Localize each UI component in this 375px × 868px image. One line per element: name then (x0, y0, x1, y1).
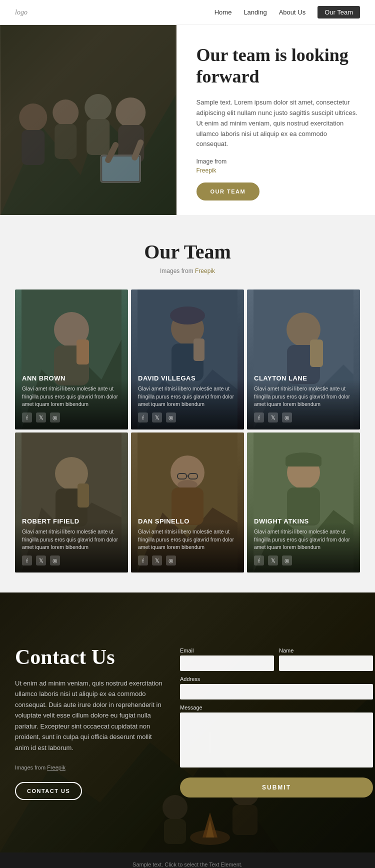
nav-our-team[interactable]: Our Team (318, 6, 360, 18)
hero-credit-link[interactable]: Freepik (196, 167, 216, 174)
site-header: logo Home Landing About Us Our Team (0, 0, 375, 25)
nav-home[interactable]: Home (214, 8, 232, 16)
team-credit-link[interactable]: Freepik (195, 268, 215, 274)
form-row-email-name: Email Name (180, 648, 373, 671)
hero-content: Our team is looking forward Sample text.… (176, 25, 376, 215)
twitter-icon-3[interactable]: 𝕏 (268, 412, 278, 422)
twitter-icon-1[interactable]: 𝕏 (36, 412, 46, 422)
form-row-message: Message (180, 704, 373, 768)
twitter-icon-4[interactable]: 𝕏 (36, 556, 46, 566)
contact-title: Contact Us (15, 645, 165, 669)
contact-credit-link[interactable]: Freepik (47, 764, 66, 770)
contact-description: Ut enim ad minim veniam, quis nostrud ex… (15, 678, 165, 753)
address-input[interactable] (180, 684, 373, 700)
svg-rect-47 (286, 458, 322, 466)
team-social-2: f 𝕏 ◎ (138, 412, 237, 422)
message-textarea[interactable] (180, 712, 373, 768)
facebook-icon-2[interactable]: f (138, 412, 148, 422)
team-social-4: f 𝕏 ◎ (22, 556, 121, 566)
submit-button[interactable]: SUBMIT (180, 778, 373, 798)
form-group-email: Email (180, 648, 274, 671)
team-card-overlay-4: ROBERT FIFIELD Glavi amet ritnisi libero… (15, 510, 128, 572)
team-card-overlay-2: DAVID VILLEGAS Glavi amet ritnisi libero… (131, 366, 244, 430)
form-group-name: Name (279, 648, 373, 671)
team-member-name-1: ANN BROWN (22, 374, 121, 382)
team-member-desc-1: Glavi amet ritnisi libero molestie ante … (22, 385, 121, 408)
team-card-david: DAVID VILLEGAS Glavi amet ritnisi libero… (131, 290, 244, 430)
twitter-icon-5[interactable]: 𝕏 (152, 556, 162, 566)
nav-landing[interactable]: Landing (244, 8, 266, 16)
hero-button[interactable]: OUR TEAM (196, 182, 260, 200)
facebook-icon-5[interactable]: f (138, 556, 148, 566)
hero-image (0, 25, 176, 215)
contact-form: Email Name Address Message SUBMIT (180, 648, 373, 798)
svg-rect-34 (78, 484, 89, 508)
team-member-desc-6: Glavi amet ritnisi libero molestie ante … (254, 528, 353, 552)
hero-credit-text: Image from Freepik (196, 158, 227, 174)
team-member-name-6: DWIGHT ATKINS (254, 518, 353, 525)
facebook-icon-1[interactable]: f (22, 412, 32, 422)
contact-button[interactable]: CONTACT US (15, 782, 82, 800)
contact-left: Contact Us Ut enim ad minim veniam, quis… (15, 645, 165, 800)
team-card-dwight: DWIGHT ATKINS Glavi amet ritnisi libero … (247, 432, 360, 572)
form-row-address: Address (180, 676, 373, 700)
team-card-clayton: CLAYTON LANE Glavi amet ritnisi libero m… (247, 290, 360, 430)
team-member-name-3: CLAYTON LANE (254, 374, 353, 382)
hero-description: Sample text. Lorem ipsum dolor sit amet,… (196, 98, 360, 150)
team-member-name-4: ROBERT FIFIELD (22, 518, 121, 525)
svg-rect-18 (76, 340, 89, 364)
team-member-desc-2: Glavi amet ritnisi libero molestie ante … (138, 385, 237, 408)
instagram-icon-5[interactable]: ◎ (166, 556, 176, 566)
svg-rect-7 (86, 119, 110, 155)
svg-rect-3 (22, 130, 44, 165)
footer-text: Sample text. Click to select the Text El… (9, 862, 366, 868)
name-label: Name (279, 648, 373, 654)
instagram-icon-6[interactable]: ◎ (282, 556, 292, 566)
twitter-icon-2[interactable]: 𝕏 (152, 412, 162, 422)
svg-point-2 (19, 104, 47, 132)
team-card-overlay-1: ANN BROWN Glavi amet ritnisi libero mole… (15, 366, 128, 430)
team-member-name-2: DAVID VILLEGAS (138, 374, 237, 382)
team-member-name-5: DAN SPINELLO (138, 518, 237, 525)
form-group-message: Message (180, 704, 373, 768)
svg-point-6 (84, 94, 112, 121)
email-input[interactable] (180, 656, 274, 671)
address-label: Address (180, 676, 373, 682)
team-social-5: f 𝕏 ◎ (138, 556, 237, 566)
instagram-icon-2[interactable]: ◎ (166, 412, 176, 422)
contact-section: Contact Us Ut enim ad minim veniam, quis… (0, 592, 375, 852)
team-social-1: f 𝕏 ◎ (22, 412, 121, 422)
nav-about[interactable]: About Us (279, 8, 306, 16)
hero-image-placeholder (0, 25, 176, 215)
team-grid: ANN BROWN Glavi amet ritnisi libero mole… (15, 290, 360, 572)
contact-image-credit: Images from Freepik (15, 763, 165, 772)
instagram-icon-4[interactable]: ◎ (50, 556, 60, 566)
svg-rect-29 (310, 340, 323, 367)
team-member-desc-4: Glavi amet ritnisi libero molestie ante … (22, 528, 121, 552)
team-credit: Images from Freepik (15, 268, 360, 274)
instagram-icon-3[interactable]: ◎ (282, 412, 292, 422)
svg-rect-5 (54, 124, 76, 159)
svg-point-8 (116, 98, 146, 128)
team-card-overlay-5: DAN SPINELLO Glavi amet ritnisi libero m… (131, 510, 244, 572)
team-card-overlay-3: CLAYTON LANE Glavi amet ritnisi libero m… (247, 366, 360, 430)
form-group-address: Address (180, 676, 373, 700)
facebook-icon-4[interactable]: f (22, 556, 32, 566)
svg-rect-24 (194, 338, 204, 361)
name-input[interactable] (279, 656, 373, 671)
team-member-desc-3: Glavi amet ritnisi libero molestie ante … (254, 385, 353, 408)
instagram-icon-1[interactable]: ◎ (50, 412, 60, 422)
team-title: Our Team (15, 240, 360, 264)
site-footer: Sample text. Click to select the Text El… (0, 852, 375, 868)
team-card-dan: DAN SPINELLO Glavi amet ritnisi libero m… (131, 432, 244, 572)
facebook-icon-6[interactable]: f (254, 556, 264, 566)
team-section: Our Team Images from Freepik ANN BROWN G… (0, 215, 375, 592)
twitter-icon-6[interactable]: 𝕏 (268, 556, 278, 566)
message-label: Message (180, 704, 373, 710)
svg-rect-59 (232, 805, 258, 835)
team-member-desc-5: Glavi amet ritnisi libero molestie ante … (138, 528, 237, 552)
facebook-icon-3[interactable]: f (254, 412, 264, 422)
team-social-6: f 𝕏 ◎ (254, 556, 353, 566)
svg-point-4 (52, 100, 78, 126)
team-card-overlay-6: DWIGHT ATKINS Glavi amet ritnisi libero … (247, 510, 360, 572)
